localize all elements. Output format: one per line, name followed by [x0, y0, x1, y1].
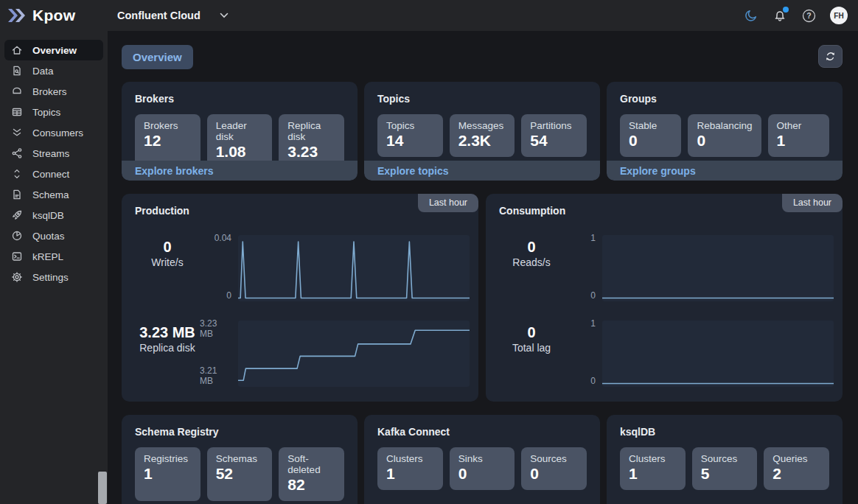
theme-toggle-button[interactable]: [744, 8, 758, 23]
sidebar-item-quotas[interactable]: Quotas: [4, 225, 103, 246]
ksqldb-card: ksqlDB Clusters 1 Sources 5 Queries 2: [607, 415, 843, 504]
stat-tile-sources: Sources 5: [692, 447, 758, 490]
stat-tile-sources: Sources 0: [521, 447, 587, 490]
chevrons-down-icon: [11, 127, 23, 139]
help-button[interactable]: ?: [801, 8, 816, 23]
environment-selector[interactable]: Confluent Cloud: [108, 10, 229, 21]
read-rate-label: Reads/s: [499, 256, 564, 268]
sidebar-scrollbar-thumb[interactable]: [98, 472, 107, 504]
chevron-down-icon: [220, 13, 229, 18]
data-file-icon: [11, 65, 23, 77]
sidebar-item-connect[interactable]: Connect: [4, 164, 103, 184]
notifications-button[interactable]: [772, 8, 787, 23]
stat-tile-topics: Topics 14: [377, 114, 443, 157]
card-title: Brokers: [135, 93, 344, 105]
brand-name: Kpow: [32, 7, 75, 24]
sidebar-item-topics[interactable]: Topics: [4, 102, 103, 122]
time-window-badge: Last hour: [418, 194, 478, 212]
app-logo[interactable]: Kpow: [0, 7, 108, 24]
replica-disk-sparkline: [238, 321, 470, 387]
time-window-badge: Last hour: [782, 194, 843, 212]
table-icon: [11, 106, 23, 118]
schema-registry-card: Schema Registry Registries 1 Schemas 52 …: [122, 415, 358, 504]
total-lag-sparkline: [602, 321, 834, 387]
production-chart-card: Production Last hour 0 Write/s 0.04 0 3.…: [122, 194, 478, 402]
total-lag-chart-row: 0 Total lag 1 0: [499, 321, 834, 387]
card-title: ksqlDB: [620, 426, 829, 438]
explore-brokers-link[interactable]: Explore brokers: [122, 161, 358, 181]
card-title: Topics: [377, 93, 587, 105]
write-rate-label: Write/s: [135, 256, 200, 268]
kpow-logo-icon: [7, 7, 27, 24]
terminal-icon: [11, 251, 23, 262]
share-icon: [11, 147, 23, 159]
replica-disk-chart-row: 3.23 MB Replica disk 3.23 MB 3.21 MB: [135, 321, 470, 387]
broker-icon: [11, 85, 23, 97]
write-rate-value: 0: [135, 239, 200, 256]
notification-dot: [783, 7, 789, 13]
stat-tile-clusters: Clusters 1: [620, 447, 686, 490]
read-rate-chart-row: 0 Reads/s 1 0: [499, 235, 834, 301]
sidebar-item-data[interactable]: Data: [4, 60, 103, 81]
groups-card: Groups Stable 0 Rebalancing 0 Other 1 Ex…: [607, 82, 843, 181]
stat-tile-messages: Messages 2.3K: [450, 114, 515, 157]
sidebar-item-schema[interactable]: Schema: [4, 184, 103, 205]
stat-tile-rebalancing: Rebalancing 0: [688, 114, 761, 157]
total-lag-value: 0: [499, 324, 564, 341]
environment-name: Confluent Cloud: [117, 10, 200, 21]
consumption-chart-card: Consumption Last hour 0 Reads/s 1 0 0: [486, 194, 843, 402]
moon-icon: [744, 9, 758, 22]
sidebar-item-krepl[interactable]: kREPL: [4, 246, 103, 267]
y-axis-max: 0.04: [214, 233, 231, 243]
main-content: Overview Brokers Brokers 12 Leader disk …: [108, 31, 858, 504]
refresh-icon: [825, 51, 836, 62]
stat-tile-stable: Stable 0: [620, 114, 681, 157]
kafka-connect-card: Kafka Connect Clusters 1 Sinks 0 Sources…: [364, 415, 600, 504]
topics-card: Topics Topics 14 Messages 2.3K Partition…: [364, 82, 600, 181]
gear-icon: [11, 271, 23, 283]
replica-disk-value: 3.23 MB: [135, 324, 200, 341]
y-axis-min: 0: [590, 290, 596, 301]
schema-doc-icon: [11, 189, 23, 200]
stat-tile-queries: Queries 2: [764, 447, 829, 490]
stat-tile-partitions: Partitions 54: [521, 114, 587, 157]
stat-tile-sinks: Sinks 0: [450, 447, 515, 490]
replica-disk-label: Replica disk: [135, 342, 200, 354]
pie-icon: [11, 230, 23, 242]
sidebar-item-overview[interactable]: Overview: [4, 40, 103, 60]
write-rate-chart-row: 0 Write/s 0.04 0: [135, 235, 470, 301]
y-axis-max: 3.23 MB: [200, 318, 231, 339]
explore-groups-link[interactable]: Explore groups: [607, 161, 843, 181]
stat-tile-clusters: Clusters 1: [377, 447, 443, 490]
y-axis-max: 1: [590, 318, 596, 329]
read-rate-value: 0: [499, 239, 564, 256]
total-lag-label: Total lag: [499, 342, 564, 354]
read-rate-sparkline: [602, 235, 834, 301]
explore-topics-link[interactable]: Explore topics: [364, 161, 600, 181]
card-title: Groups: [620, 93, 829, 105]
card-title: Kafka Connect: [377, 426, 587, 438]
brokers-card: Brokers Brokers 12 Leader disk 1.08 MB R…: [122, 82, 358, 181]
up-down-icon: [11, 168, 23, 180]
sidebar-item-ksqldb[interactable]: ksqlDB: [4, 205, 103, 225]
write-rate-sparkline: [238, 235, 470, 301]
y-axis-min: 0: [226, 290, 231, 301]
svg-text:?: ?: [806, 11, 811, 20]
stat-tile-other: Other 1: [768, 114, 829, 157]
home-icon: [11, 44, 23, 56]
user-avatar[interactable]: FH: [830, 7, 848, 24]
stat-tile-schemas: Schemas 52: [207, 447, 273, 501]
sidebar-item-streams[interactable]: Streams: [4, 143, 103, 164]
rocket-icon: [11, 209, 23, 221]
question-circle-icon: ?: [802, 9, 816, 23]
sidebar-nav: Overview Data Brokers Topics Consumers S…: [0, 31, 108, 504]
top-bar: Kpow Confluent Cloud ?: [0, 0, 858, 31]
overview-page-button[interactable]: Overview: [122, 45, 193, 69]
card-title: Schema Registry: [135, 426, 344, 438]
refresh-button[interactable]: [818, 45, 843, 68]
sidebar-item-consumers[interactable]: Consumers: [4, 122, 103, 143]
stat-tile-registries: Registries 1: [135, 447, 200, 501]
sidebar-item-settings[interactable]: Settings: [4, 267, 103, 287]
sidebar-item-brokers[interactable]: Brokers: [4, 81, 103, 102]
y-axis-min: 0: [590, 376, 596, 386]
